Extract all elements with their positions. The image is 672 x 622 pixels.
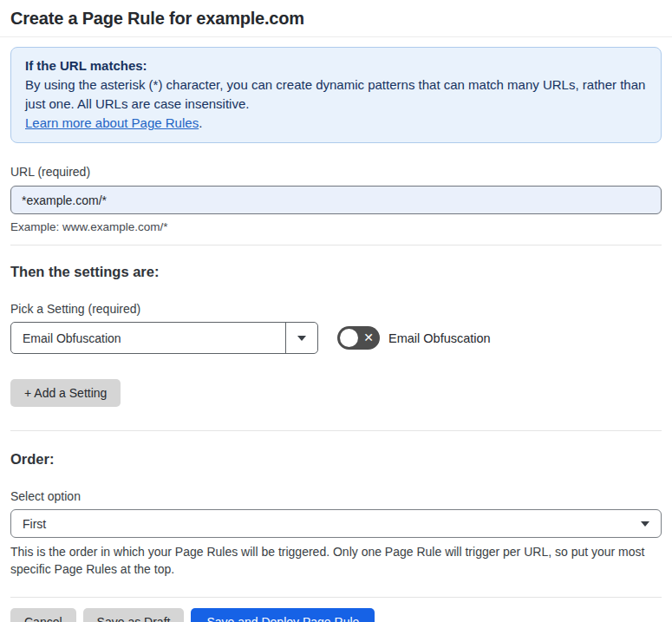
setting-row: Email Obfuscation ✕ Email Obfuscation [10, 322, 662, 354]
url-example-text: Example: www.example.com/* [10, 220, 662, 233]
chevron-down-icon [641, 521, 649, 527]
cancel-button[interactable]: Cancel [10, 608, 76, 622]
save-deploy-button[interactable]: Save and Deploy Page Rule [191, 608, 375, 622]
toggle-label: Email Obfuscation [388, 331, 491, 345]
order-select-value: First [23, 517, 46, 531]
section-divider [10, 430, 662, 431]
save-draft-button[interactable]: Save as Draft [83, 608, 185, 622]
section-divider [10, 245, 662, 246]
settings-section-heading: Then the settings are: [10, 264, 662, 280]
page-rule-form: Create a Page Rule for example.com If th… [0, 9, 672, 622]
page-title: Create a Page Rule for example.com [10, 9, 662, 29]
url-field-label: URL (required) [10, 165, 662, 179]
toggle-knob [340, 329, 358, 347]
order-select-label: Select option [10, 489, 662, 503]
pick-setting-label: Pick a Setting (required) [10, 302, 662, 316]
setting-select[interactable]: Email Obfuscation [10, 322, 318, 354]
setting-select-arrow-box[interactable] [285, 323, 317, 353]
order-help-text: This is the order in which your Page Rul… [10, 543, 662, 578]
url-input[interactable] [10, 186, 662, 214]
order-section-heading: Order: [10, 451, 662, 468]
url-match-info-box: If the URL matches: By using the asteris… [10, 47, 662, 143]
footer-divider [10, 597, 662, 598]
add-setting-button[interactable]: + Add a Setting [10, 379, 121, 407]
info-box-link-line: Learn more about Page Rules. [25, 114, 647, 133]
order-select[interactable]: First [10, 509, 662, 538]
learn-more-link[interactable]: Learn more about Page Rules [25, 115, 199, 130]
toggle-off-icon: ✕ [363, 326, 374, 350]
link-suffix: . [199, 115, 202, 130]
footer-actions: Cancel Save as Draft Save and Deploy Pag… [10, 608, 662, 622]
info-box-heading: If the URL matches: [25, 56, 647, 75]
title-divider [0, 36, 672, 37]
chevron-down-icon [297, 336, 306, 341]
setting-select-value: Email Obfuscation [11, 323, 285, 353]
email-obfuscation-toggle[interactable]: ✕ [337, 326, 380, 350]
info-box-body: By using the asterisk (*) character, you… [25, 75, 647, 114]
